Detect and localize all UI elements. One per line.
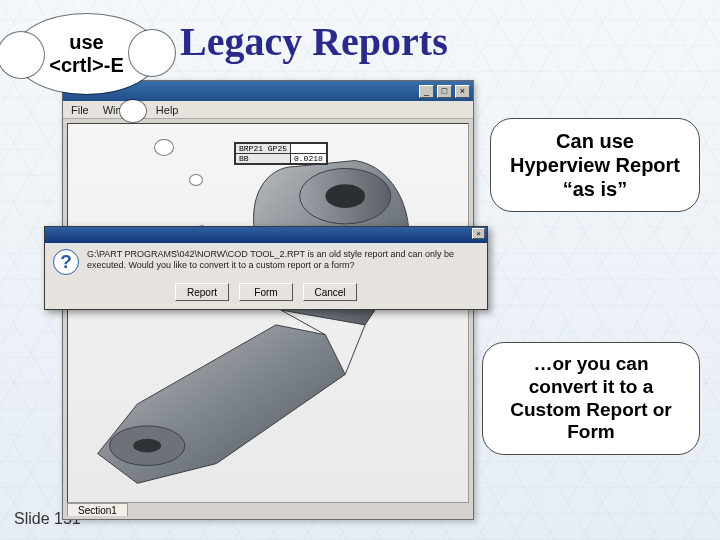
minimize-button[interactable]: _ [419, 85, 434, 98]
form-button[interactable]: Form [239, 283, 293, 301]
viewport-3d: BRP21 GP25 BB 0.0218 [67, 123, 469, 503]
slide-title: Legacy Reports [180, 18, 448, 65]
dialog-message: G:\PART PROGRAMS\042\NORW\COD TOOL_2.RPT… [87, 249, 479, 272]
cloud-line1: use [49, 31, 123, 54]
cloud-line2: <crtl>-E [49, 54, 123, 77]
section-tab[interactable]: Section1 [67, 503, 128, 516]
callout-as-is: Can use Hyperview Report “as is” [490, 118, 700, 212]
tip-cloud: use <crtl>-E [14, 14, 159, 94]
cloud-tail [120, 100, 146, 122]
menu-file[interactable]: File [71, 104, 89, 116]
readout-value: 0.0218 [291, 154, 327, 164]
readout-value [291, 144, 327, 154]
convert-dialog: × ? G:\PART PROGRAMS\042\NORW\COD TOOL_2… [44, 226, 488, 310]
readout-label: BB [236, 154, 291, 164]
cloud-tail [190, 175, 202, 185]
dialog-buttons: Report Form Cancel [45, 279, 487, 309]
dialog-titlebar: × [45, 227, 487, 243]
readout-table: BRP21 GP25 BB 0.0218 [234, 142, 328, 165]
dialog-close-button[interactable]: × [472, 228, 485, 239]
maximize-button[interactable]: □ [437, 85, 452, 98]
report-button[interactable]: Report [175, 283, 229, 301]
svg-point-3 [325, 184, 365, 208]
cancel-button[interactable]: Cancel [303, 283, 357, 301]
menu-help[interactable]: Help [156, 104, 179, 116]
svg-point-1 [133, 439, 161, 453]
close-button[interactable]: × [455, 85, 470, 98]
callout-convert: …or you can convert it to a Custom Repor… [482, 342, 700, 455]
question-icon: ? [53, 249, 79, 275]
cloud-tail [155, 140, 173, 155]
readout-label: BRP21 GP25 [236, 144, 291, 154]
table-row: BRP21 GP25 [236, 144, 327, 154]
table-row: BB 0.0218 [236, 154, 327, 164]
part-3d-icon [68, 124, 468, 502]
